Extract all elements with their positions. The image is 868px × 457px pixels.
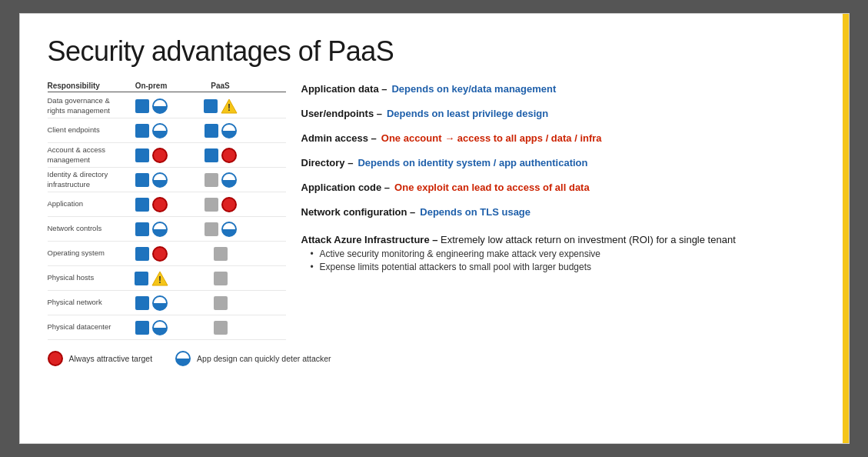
onprem-icons (117, 98, 186, 114)
paas-icons (186, 148, 255, 163)
right-row-label: User/endpoints – (301, 108, 382, 119)
right-row-value: Depends on TLS usage (420, 206, 530, 218)
blue-square-icon (135, 296, 149, 310)
blue-half-icon (175, 351, 191, 366)
blue-half-icon (152, 172, 168, 188)
col-header-onprem: On-prem (117, 82, 186, 90)
legend-item-red: Always attractive target (48, 351, 153, 366)
blue-square-icon (135, 148, 149, 162)
right-row-value: One account → access to all apps / data … (381, 132, 602, 144)
table-row: Operating system (48, 242, 286, 266)
blue-square-icon (135, 321, 149, 335)
onprem-icons (117, 320, 186, 335)
table-row: Client endpoints (48, 118, 286, 143)
row-label: Client endpoints (48, 125, 117, 135)
attack-bullets: Active security monitoring & engineering… (301, 249, 821, 272)
right-row-label: Directory – (301, 157, 354, 168)
red-circle-icon (152, 246, 168, 262)
table-header-row: Responsibility On-prem PaaS (48, 82, 286, 92)
row-label: Operating system (48, 249, 117, 258)
attack-title: Attack Azure Infrastructure – Extremely … (301, 234, 821, 245)
blue-half-icon (152, 295, 168, 311)
svg-text:!: ! (228, 102, 231, 113)
table-row: Data governance & rights management! (48, 94, 286, 118)
blue-half-icon (221, 172, 237, 188)
blue-half-icon (152, 123, 168, 138)
left-table: Responsibility On-prem PaaS Data governa… (48, 82, 286, 340)
onprem-icons (117, 295, 186, 311)
legend-label-blue: App design can quickly deter attacker (197, 354, 331, 363)
table-row: Physical hosts! (48, 266, 286, 291)
svg-text:!: ! (158, 275, 161, 285)
gray-square-icon (214, 272, 228, 285)
right-row-label: Application code – (301, 182, 391, 193)
blue-half-icon (221, 123, 237, 138)
right-row-value: Depends on identity system / app authent… (358, 157, 587, 168)
paas-icons (186, 123, 255, 138)
table-row: Network controls (48, 217, 286, 242)
col-header-responsibility: Responsibility (48, 82, 117, 90)
blue-half-icon (152, 222, 168, 237)
right-row: Admin access –One account → access to al… (301, 131, 821, 155)
table-rows: Data governance & rights management!Clie… (48, 94, 286, 340)
row-label: Physical hosts (48, 273, 117, 282)
content-area: Responsibility On-prem PaaS Data governa… (48, 82, 821, 340)
attack-section: Attack Azure Infrastructure – Extremely … (301, 234, 821, 272)
blue-square-icon (135, 198, 149, 212)
legend-item-blue: App design can quickly deter attacker (175, 351, 331, 366)
paas-icons (186, 272, 255, 285)
gray-square-icon (205, 173, 218, 187)
right-items: Application data –Depends on key/data ma… (301, 82, 821, 229)
paas-icons (186, 197, 255, 212)
right-row-value: Depends on least privilege design (387, 108, 548, 119)
blue-half-icon (152, 320, 168, 335)
blue-square-icon (135, 99, 149, 113)
red-circle-icon (221, 148, 237, 163)
gray-square-icon (205, 222, 218, 236)
blue-square-icon (205, 148, 218, 162)
right-row: User/endpoints –Depends on least privile… (301, 106, 821, 131)
legend: Always attractive target App design can … (48, 351, 821, 366)
right-panel: Application data –Depends on key/data ma… (286, 82, 821, 340)
paas-icons (186, 247, 255, 261)
gray-square-icon (214, 296, 228, 310)
paas-icons (186, 296, 255, 310)
attack-bullet-1: Active security monitoring & engineering… (311, 249, 821, 259)
gray-square-icon (214, 321, 228, 335)
onprem-icons (117, 148, 186, 163)
slide: Security advantages of PaaS Responsibili… (19, 13, 850, 444)
gray-square-icon (214, 247, 228, 261)
paas-icons (186, 222, 255, 237)
onprem-icons (117, 246, 186, 262)
right-row-label: Admin access – (301, 132, 377, 144)
table-row: Identity & directory infrastructure (48, 168, 286, 192)
onprem-icons (117, 172, 186, 188)
row-label: Physical datacenter (48, 322, 117, 332)
row-label: Application (48, 199, 117, 208)
right-row: Application data –Depends on key/data ma… (301, 82, 821, 106)
warning-icon: ! (151, 270, 168, 287)
row-label: Account & access management (48, 145, 117, 165)
gray-square-icon (205, 198, 218, 212)
row-label: Physical network (48, 298, 117, 307)
right-row: Directory –Depends on identity system / … (301, 155, 821, 180)
paas-icons (186, 172, 255, 188)
attack-bullet-2: Expense limits potential attackers to sm… (311, 262, 821, 272)
table-row: Account & access management (48, 143, 286, 168)
right-row-label: Network configuration – (301, 206, 416, 218)
onprem-icons (117, 222, 186, 237)
right-row-label: Application data – (301, 83, 387, 95)
blue-square-icon (135, 222, 149, 236)
right-row: Application code –One exploit can lead t… (301, 180, 821, 205)
row-label: Data governance & rights management (48, 96, 117, 115)
right-row: Network configuration –Depends on TLS us… (301, 205, 821, 229)
onprem-icons (117, 123, 186, 138)
warning-icon: ! (221, 98, 238, 115)
onprem-icons: ! (117, 270, 186, 287)
blue-square-icon (204, 99, 218, 113)
table-row: Application (48, 192, 286, 217)
red-circle-icon (152, 148, 168, 163)
blue-half-icon (221, 222, 237, 237)
paas-icons: ! (186, 98, 255, 115)
table-row: Physical network (48, 291, 286, 315)
